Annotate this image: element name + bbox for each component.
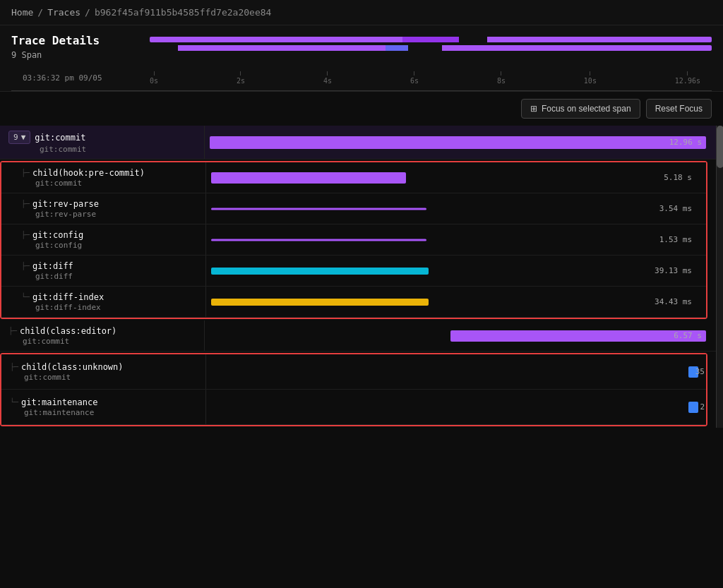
span-name-git-maintenance: git:maintenance [21, 397, 97, 407]
span-op-child-unknown: git:commit [10, 373, 200, 382]
span-duration-child-unknown: 35 [695, 367, 705, 376]
root-span-duration: 12.96 s [669, 138, 702, 147]
root-span-bar [210, 136, 705, 149]
tick-4s: 4s [323, 71, 332, 85]
span-op-child-hook: git:commit [21, 179, 200, 188]
span-bar-git-config [211, 239, 426, 241]
span-op-child-editor: git:commit [8, 337, 198, 346]
breadcrumb-sep-1: / [37, 7, 43, 18]
breadcrumb-trace-id: b962f45af911b5b4585ffd7e2a20ee84 [95, 7, 271, 18]
span-count: 9 Span [11, 50, 138, 60]
span-bar-child-hook [211, 172, 406, 184]
span-bar-git-diff-index [211, 299, 429, 306]
tick-0s: 0s [150, 71, 158, 85]
span-row-git-maintenance[interactable]: └─ git:maintenance git:maintenance 2 [1, 390, 706, 425]
span-op-git-diff: git:diff [21, 272, 200, 281]
span-duration-git-diff-index: 34.43 ms [655, 297, 692, 306]
breadcrumb-home[interactable]: Home [11, 7, 33, 18]
root-span-row[interactable]: 9 ▼ git:commit git:commit 12.96 s [0, 126, 716, 160]
breadcrumb: Home / Traces / b962f45af911b5b4585ffd7e… [0, 0, 723, 25]
span-bar-git-maintenance [688, 402, 698, 413]
span-row-git-config[interactable]: ├─ git:config git:config 1.53 ms [1, 224, 706, 256]
span-duration-git-maintenance: 2 [700, 402, 705, 412]
filter-icon: ⊞ [530, 104, 537, 114]
span-bar-git-diff [211, 268, 429, 275]
scroll-thumb[interactable] [717, 126, 723, 168]
span-name-git-config: git:config [32, 230, 83, 240]
span-duration-git-rev-parse: 3.54 ms [659, 204, 692, 213]
span-duration-child-hook: 5.18 s [664, 173, 692, 182]
span-bar-git-rev-parse [211, 208, 426, 210]
root-count-badge: 9 ▼ [8, 131, 30, 144]
breadcrumb-sep-2: / [85, 7, 90, 18]
span-row-child-unknown[interactable]: ├─ child(class:unknown) git:commit 35 [1, 354, 706, 390]
ruler-ticks: 0s 2s 4s 6s 8s [150, 71, 700, 85]
span-op-git-diff-index: git:diff-index [21, 303, 200, 312]
span-row-child-hook[interactable]: ├─ child(hook:pre-commit) git:commit 5.1… [1, 162, 706, 193]
span-op-git-config: git:config [21, 241, 200, 250]
tick-12s: 12.96s [675, 71, 700, 85]
span-row-git-diff[interactable]: ├─ git:diff git:diff 39.13 ms [1, 256, 706, 287]
scroll-track[interactable] [716, 126, 723, 428]
span-duration-git-config: 1.53 ms [659, 235, 692, 244]
timestamp-label: 03:36:32 pm 09/05 [23, 73, 150, 83]
trace-title: Trace Details [11, 34, 138, 47]
span-duration-child-editor: 6.57 s [674, 331, 702, 340]
span-name-child-hook: child(hook:pre-commit) [32, 168, 145, 178]
span-op-git-rev-parse: git:rev-parse [21, 210, 200, 219]
root-span-name: git:commit [35, 133, 85, 143]
tick-2s: 2s [237, 71, 245, 85]
root-span-op: git:commit [8, 145, 198, 154]
span-duration-git-diff: 39.13 ms [655, 266, 692, 275]
span-name-git-diff: git:diff [32, 261, 73, 271]
span-name-child-unknown: child(class:unknown) [21, 362, 124, 372]
span-name-child-editor: child(class:editor) [20, 326, 116, 336]
span-name-git-rev-parse: git:rev-parse [32, 199, 99, 209]
span-row-git-diff-index[interactable]: └─ git:diff-index git:diff-index 34.43 m… [1, 287, 706, 318]
span-name-git-diff-index: git:diff-index [32, 292, 104, 302]
breadcrumb-traces[interactable]: Traces [47, 7, 80, 18]
tick-8s: 8s [497, 71, 506, 85]
minimap-bar-top [150, 37, 712, 42]
span-bar-child-editor [450, 330, 706, 342]
minimap-bar-bottom [150, 45, 712, 51]
span-op-git-maintenance: git:maintenance [10, 408, 200, 417]
reset-focus-button[interactable]: Reset Focus [646, 99, 712, 119]
focus-selected-span-button[interactable]: ⊞ Focus on selected span [521, 99, 640, 119]
tick-6s: 6s [410, 71, 419, 85]
span-row-git-rev-parse[interactable]: ├─ git:rev-parse git:rev-parse 3.54 ms [1, 193, 706, 224]
chevron-down-icon: ▼ [21, 133, 26, 142]
span-row-child-editor[interactable]: ├─ child(class:editor) git:commit 6.57 s [0, 320, 716, 352]
tick-10s: 10s [584, 71, 597, 85]
